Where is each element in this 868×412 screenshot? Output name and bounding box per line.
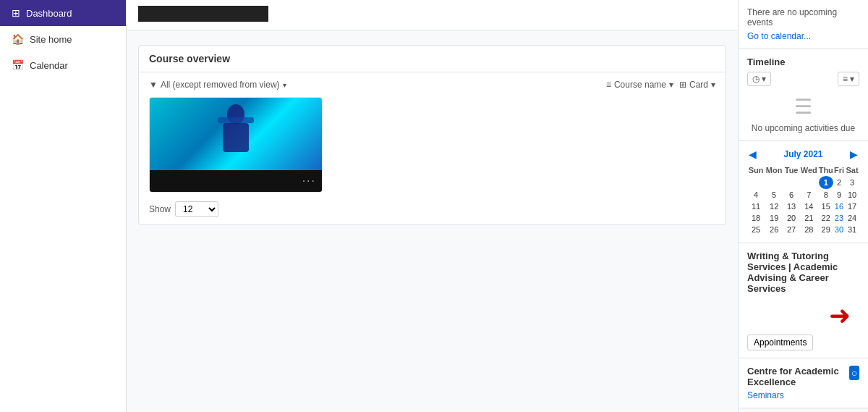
- cal-day[interactable]: 29: [819, 224, 833, 235]
- cal-day[interactable]: 30: [833, 224, 845, 235]
- cal-day[interactable]: 4: [747, 189, 765, 201]
- writing-services-title: Writing & Tutoring Services | Academic A…: [747, 251, 859, 294]
- cal-day[interactable]: 12: [765, 201, 783, 212]
- cal-day[interactable]: 21: [799, 212, 819, 224]
- appointments-button[interactable]: Appointments: [747, 335, 813, 350]
- calendar-nav-icon: 📅: [12, 59, 24, 71]
- view-button[interactable]: ⊞ Card ▾: [679, 80, 715, 90]
- sort-label: Course name: [614, 80, 666, 90]
- cal-day[interactable]: 6: [783, 189, 799, 201]
- filter-button[interactable]: ▼ All (except removed from view) ▾: [149, 80, 286, 90]
- cal-day: [765, 176, 783, 189]
- cal-day[interactable]: 27: [783, 224, 799, 235]
- cal-day-link[interactable]: 16: [835, 202, 843, 211]
- show-label: Show: [149, 204, 171, 214]
- svg-rect-1: [223, 123, 249, 152]
- cal-day[interactable]: 16: [833, 201, 845, 212]
- course-name-bar: ···: [150, 170, 322, 192]
- cal-day[interactable]: 3: [845, 176, 859, 189]
- sort-button[interactable]: ≡ Course name ▾: [606, 80, 673, 90]
- no-events-text: There are no upcoming events: [747, 7, 859, 28]
- cal-day[interactable]: 24: [845, 212, 859, 224]
- page-title-bar: [127, 0, 738, 30]
- dashboard-icon: ⊞: [12, 7, 20, 19]
- course-overview-title: Course overview: [139, 46, 726, 72]
- cal-day[interactable]: 13: [783, 201, 799, 212]
- calendar-prev-button[interactable]: ◀: [747, 148, 758, 160]
- view-icon: ⊞: [679, 80, 686, 90]
- red-arrow-icon: ➜: [829, 303, 851, 329]
- sidebar-item-site-home-label: Site home: [30, 34, 72, 45]
- calendar-header: ◀ July 2021 ▶: [747, 148, 859, 160]
- cal-day: [799, 176, 819, 189]
- calendar-table: Sun Mon Tue Wed Thu Fri Sat 123456789101…: [747, 164, 859, 235]
- sort-controls: ≡ Course name ▾ ⊞ Card ▾: [606, 80, 715, 90]
- home-icon: 🏠: [12, 33, 24, 45]
- course-overview-card: Course overview ▼ All (except removed fr…: [138, 45, 726, 225]
- timeline-sort-caret: ▾: [850, 74, 854, 84]
- timeline-date-button[interactable]: ◷ ▾: [747, 72, 771, 86]
- sidebar-item-calendar-label: Calendar: [30, 60, 68, 71]
- sidebar-item-dashboard-label: Dashboard: [26, 8, 72, 19]
- cal-day[interactable]: 2: [833, 176, 845, 189]
- cal-day[interactable]: 23: [833, 212, 845, 224]
- cal-header-tue: Tue: [783, 164, 799, 176]
- course-card[interactable]: ···: [149, 97, 323, 193]
- cal-day-link[interactable]: 23: [835, 214, 843, 222]
- course-more-dots[interactable]: ···: [302, 175, 316, 188]
- cae-title: Centre for Academic Excellence: [747, 366, 849, 387]
- sidebar-item-site-home[interactable]: 🏠 Site home: [0, 26, 126, 52]
- cal-day[interactable]: 14: [799, 201, 819, 212]
- timeline-title: Timeline: [747, 56, 859, 67]
- cal-day[interactable]: 26: [765, 224, 783, 235]
- cal-day[interactable]: 17: [845, 201, 859, 212]
- cal-header-sat: Sat: [845, 164, 859, 176]
- cal-day[interactable]: 7: [799, 189, 819, 201]
- filter-caret: ▾: [283, 81, 286, 89]
- cal-header-mon: Mon: [765, 164, 783, 176]
- filter-icon: ▼: [149, 80, 158, 90]
- timeline-date-caret: ▾: [762, 74, 766, 84]
- cae-info-button[interactable]: ○: [849, 366, 859, 380]
- cal-day[interactable]: 22: [819, 212, 833, 224]
- sidebar-item-calendar[interactable]: 📅 Calendar: [0, 52, 126, 78]
- cal-day-link[interactable]: 30: [835, 225, 843, 234]
- page-title-input: [138, 6, 268, 22]
- cal-day[interactable]: 5: [765, 189, 783, 201]
- timeline-controls: ◷ ▾ ≡ ▾: [747, 72, 859, 86]
- cal-day[interactable]: 28: [799, 224, 819, 235]
- cae-seminars-link[interactable]: Seminars: [747, 390, 859, 400]
- calendar-month-label: July 2021: [783, 149, 822, 159]
- arrow-area: ➜: [747, 297, 859, 335]
- cal-day[interactable]: 10: [845, 189, 859, 201]
- cal-day[interactable]: 25: [747, 224, 765, 235]
- cal-header-wed: Wed: [799, 164, 819, 176]
- calendar-next-button[interactable]: ▶: [848, 148, 859, 160]
- cal-day[interactable]: 18: [747, 212, 765, 224]
- timeline-icon-area: ☰: [747, 95, 859, 119]
- cal-header-sun: Sun: [747, 164, 765, 176]
- svg-rect-2: [218, 117, 254, 123]
- show-select[interactable]: 12 24 48: [175, 201, 218, 217]
- cal-day[interactable]: 9: [833, 189, 845, 201]
- sidebar-item-dashboard[interactable]: ⊞ Dashboard: [0, 0, 126, 26]
- cal-header-fri: Fri: [833, 164, 845, 176]
- go-to-calendar-link[interactable]: Go to calendar...: [747, 31, 811, 41]
- writing-services-block: Writing & Tutoring Services | Academic A…: [739, 243, 868, 358]
- filter-label: All (except removed from view): [161, 80, 280, 90]
- cal-day[interactable]: 8: [819, 189, 833, 201]
- cal-day[interactable]: 1: [819, 176, 833, 189]
- cal-day[interactable]: 20: [783, 212, 799, 224]
- right-sidebar: There are no upcoming events Go to calen…: [738, 0, 868, 412]
- cal-day[interactable]: 19: [765, 212, 783, 224]
- cal-day[interactable]: 31: [845, 224, 859, 235]
- timeline-list-icon: ☰: [794, 95, 812, 119]
- calendar-block: ◀ July 2021 ▶ Sun Mon Tue Wed Thu Fri Sa…: [739, 141, 868, 243]
- cae-block: Centre for Academic Excellence ○ Seminar…: [739, 358, 868, 408]
- cal-day[interactable]: 11: [747, 201, 765, 212]
- filter-bar: ▼ All (except removed from view) ▾ ≡ Cou…: [149, 80, 715, 90]
- view-label: Card: [689, 80, 708, 90]
- cal-day[interactable]: 15: [819, 201, 833, 212]
- timeline-sort-button[interactable]: ≡ ▾: [838, 72, 859, 86]
- sidebar: ⊞ Dashboard 🏠 Site home 📅 Calendar: [0, 0, 127, 412]
